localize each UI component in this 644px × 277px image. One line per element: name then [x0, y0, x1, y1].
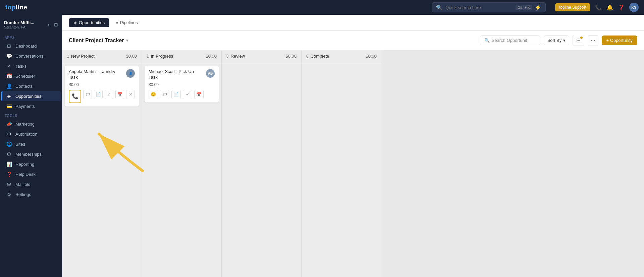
card-avatar: 👤: [126, 69, 135, 78]
call-action-highlighted[interactable]: 📞: [69, 90, 81, 103]
sort-by-button[interactable]: Sort By ▾: [544, 36, 570, 45]
column-review-body: [222, 62, 301, 277]
opportunities-tab[interactable]: ◈ Opportunities: [69, 18, 109, 27]
sidebar-item-label: Help Desk: [15, 172, 36, 177]
pipeline-title: Client Project Tracker ▾: [69, 38, 128, 44]
sidebar-item-label: Automation: [15, 132, 38, 137]
sidebar-item-settings[interactable]: ⚙ Settings: [1, 189, 61, 199]
pipelines-tab[interactable]: ≡ Pipelines: [111, 18, 142, 27]
card-title: Angela Martin - Laundry Task: [69, 69, 124, 80]
sidebar-item-label: Scheduler: [15, 74, 35, 79]
check-action[interactable]: ✓: [183, 90, 192, 99]
workspace-location: Scranton, PA: [4, 25, 34, 29]
tag-action[interactable]: 🏷: [83, 90, 92, 99]
global-search-input[interactable]: [445, 5, 513, 10]
column-amount: $0.00: [366, 54, 377, 59]
scheduler-icon: 📅: [6, 73, 12, 79]
add-opportunity-button[interactable]: + Opportunity: [602, 36, 637, 45]
pipeline-chevron-icon[interactable]: ▾: [126, 38, 128, 43]
opportunities-icon: ◈: [6, 93, 12, 99]
automation-icon: ⚙: [6, 131, 12, 137]
sort-by-label: Sort By: [547, 38, 562, 43]
search-opportunity-bar[interactable]: 🔍 Search Opportunit: [480, 36, 540, 45]
sidebar-toggle-icon[interactable]: ⊟: [54, 22, 58, 27]
card-michael-scott[interactable]: Michael Scott - Pick-Up Task AB $0.00 😊: [145, 66, 219, 102]
phone-icon[interactable]: 📞: [595, 4, 602, 11]
sidebar-item-sites[interactable]: 🌐 Sites: [1, 139, 61, 149]
avatar-placeholder: 👤: [129, 72, 132, 75]
file-icon: 📄: [173, 92, 179, 97]
app-logo: topline: [5, 4, 28, 11]
sort-by-chevron-icon: ▾: [563, 38, 566, 43]
sidebar-item-label: Marketing: [15, 122, 35, 127]
pipelines-tab-label: Pipelines: [120, 20, 138, 25]
help-icon[interactable]: ❓: [618, 4, 625, 11]
main-content: ◈ Opportunities ≡ Pipelines Client Proje…: [62, 15, 644, 277]
support-button[interactable]: topline Support: [555, 3, 590, 11]
card-avatar: AB: [206, 69, 215, 78]
sidebar-item-conversations[interactable]: 💬 Conversations: [1, 51, 61, 61]
emoji-icon: 😊: [151, 92, 156, 97]
reporting-icon: 📊: [6, 161, 12, 167]
more-options-button[interactable]: ···: [588, 35, 598, 46]
payments-icon: 💳: [6, 103, 12, 109]
sidebar-item-marketing[interactable]: 📣 Marketing: [1, 119, 61, 129]
help-desk-icon: ❓: [6, 171, 12, 177]
user-avatar[interactable]: KS: [629, 3, 639, 12]
bell-icon[interactable]: 🔔: [606, 4, 613, 11]
global-search-bar[interactable]: 🔍 Ctrl + K ⚡: [432, 2, 546, 12]
pipeline-header: Client Project Tracker ▾ 🔍 Search Opport…: [62, 31, 644, 50]
filter-button[interactable]: ⊟: [573, 35, 584, 46]
column-count: 1: [67, 54, 69, 59]
check-action[interactable]: ✓: [105, 90, 113, 99]
card-angela-martin[interactable]: Angela Martin - Laundry Task 👤 $0.00 📞: [65, 66, 139, 107]
column-complete: 0 Complete $0.00: [302, 50, 381, 277]
sidebar-item-scheduler[interactable]: 📅 Scheduler: [1, 71, 61, 81]
dashboard-icon: ⊞: [6, 43, 12, 49]
tag-action[interactable]: 🏷: [160, 90, 169, 99]
check-icon: ✓: [107, 92, 111, 97]
card-amount: $0.00: [69, 82, 135, 87]
column-review: 0 Review $0.00: [222, 50, 302, 277]
file-action[interactable]: 📄: [94, 90, 103, 99]
memberships-icon: ⬡: [6, 151, 12, 157]
sidebar-item-reporting[interactable]: 📊 Reporting: [1, 159, 61, 169]
workspace-header[interactable]: Dunder Miffli... Scranton, PA ▾ ⊟: [0, 18, 62, 33]
workspace-name: Dunder Miffli...: [4, 20, 34, 25]
sidebar-item-contacts[interactable]: 👤 Contacts: [1, 81, 61, 91]
column-complete-header: 0 Complete $0.00: [302, 50, 381, 62]
tag-icon: 🏷: [86, 92, 90, 97]
filter-icon: ⊟: [576, 38, 581, 43]
sidebar-item-label: Mailfold: [15, 182, 31, 187]
kanban-empty-space: [381, 50, 644, 277]
column-name: Complete: [311, 54, 364, 59]
file-action[interactable]: 📄: [171, 90, 181, 99]
column-in-progress: 1 In Progress $0.00 Michael Scott - Pick…: [142, 50, 222, 277]
tag-icon: 🏷: [163, 92, 167, 97]
sidebar-item-label: Contacts: [15, 84, 33, 89]
emoji-action[interactable]: 😊: [149, 90, 158, 99]
sidebar-item-dashboard[interactable]: ⊞ Dashboard: [1, 41, 61, 51]
sidebar-item-help-desk[interactable]: ❓ Help Desk: [1, 169, 61, 179]
calendar-action[interactable]: 📅: [194, 90, 204, 99]
column-name: New Project: [71, 54, 124, 59]
file-icon: 📄: [96, 92, 101, 97]
settings-icon: ⚙: [6, 192, 12, 197]
sidebar-item-tasks[interactable]: ✓ Tasks: [1, 61, 61, 71]
lightning-icon: ⚡: [535, 4, 541, 11]
close-action[interactable]: ✕: [126, 90, 135, 99]
sidebar-item-label: Opportunities: [15, 94, 41, 99]
column-name: In Progress: [151, 54, 204, 59]
calendar-action[interactable]: 📅: [115, 90, 124, 99]
top-navigation: topline 🔍 Ctrl + K ⚡ topline Support 📞 🔔…: [0, 0, 644, 15]
column-amount: $0.00: [126, 54, 137, 59]
sidebar-item-memberships[interactable]: ⬡ Memberships: [1, 149, 61, 159]
column-in-progress-header: 1 In Progress $0.00: [142, 50, 221, 62]
sidebar-item-automation[interactable]: ⚙ Automation: [1, 129, 61, 139]
sidebar-item-mailfold[interactable]: ✉ Mailfold: [1, 179, 61, 189]
card-actions: 😊 🏷 📄 ✓ 📅: [149, 90, 215, 99]
apps-section-label: Apps: [0, 33, 62, 41]
sidebar-item-payments[interactable]: 💳 Payments: [1, 101, 61, 111]
calendar-icon: 📅: [117, 92, 122, 97]
sidebar-item-opportunities[interactable]: ◈ Opportunities: [1, 91, 61, 101]
